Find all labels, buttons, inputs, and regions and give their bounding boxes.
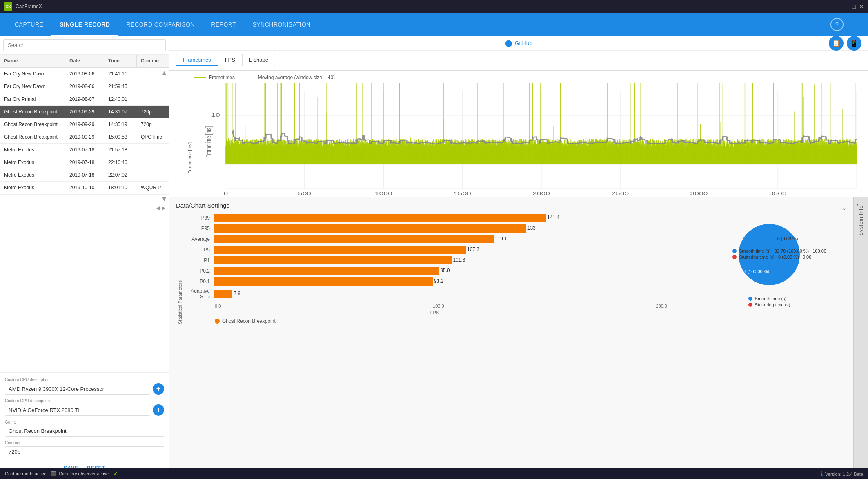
svg-text:0 (0.00 %): 0 (0.00 %): [777, 236, 798, 241]
stutter-value: 0 (0.00 %): [777, 255, 799, 259]
scroll-down-arrow[interactable]: ▼: [161, 195, 167, 203]
data-chart-section: Data/Chart Settings ⌄ Statistical Parame…: [169, 197, 853, 479]
bottom-info: Custom CPU description AMD Ryzen 9 3900X…: [0, 372, 169, 479]
tab-frametimes[interactable]: Frametimes: [176, 54, 218, 66]
tab-fps[interactable]: FPS: [218, 54, 242, 66]
info-icon: ℹ: [821, 470, 823, 477]
cell-game: Far Cry New Dawn: [0, 68, 65, 80]
cell-game: Ghost Recon Breakpoint: [0, 106, 65, 118]
search-input[interactable]: [3, 39, 166, 51]
stat-fill: [214, 267, 439, 275]
github-link[interactable]: GitHub: [515, 40, 533, 47]
frametimes-svg: Frametime [ms] 10 0 500 1000 1500: [174, 83, 864, 197]
gpu-add-button[interactable]: +: [153, 404, 164, 416]
col-time: Time: [104, 55, 137, 67]
expand-icon[interactable]: ⌄: [842, 205, 847, 211]
stat-bar-row: P1 101.3: [186, 256, 683, 264]
cell-date: 2019-09-29: [65, 118, 104, 131]
stat-fill: [214, 214, 546, 222]
stutter-bottom-row: Stuttering time (s): [748, 302, 790, 307]
stat-bar-row: P5 107.3: [186, 246, 683, 254]
stat-value: 119.1: [495, 236, 507, 242]
nav-single-record[interactable]: SINGLE RECORD: [51, 13, 118, 36]
minimize-button[interactable]: —: [844, 3, 849, 10]
table-row[interactable]: Metro Exodus 2019-07-18 22:07:02: [0, 169, 169, 182]
table-row[interactable]: Far Cry Primal 2019-08-07 12:40:01: [0, 93, 169, 106]
nav-synchronisation[interactable]: SYNCHRONISATION: [244, 13, 319, 36]
cell-comment: [137, 93, 169, 105]
scroll-right-arrow[interactable]: ▶: [162, 205, 166, 211]
svg-text:10: 10: [211, 113, 220, 118]
scroll-left-arrow[interactable]: ◀: [156, 205, 160, 211]
nav-record-comparison[interactable]: RECORD COMPARISON: [118, 13, 203, 36]
table-row[interactable]: Ghost Recon Breakpoint 2019-09-29 14:31:…: [0, 106, 169, 118]
cell-game: Far Cry New Dawn: [0, 80, 65, 93]
system-info-panel[interactable]: ‹ System Info: [853, 197, 868, 479]
stat-label: Average: [186, 236, 212, 242]
pie-section: 0 (0.00 %) 32.78 (100.00 %) Smooth time …: [692, 214, 847, 324]
stat-bar-row: P0.1 93.2: [186, 277, 683, 286]
table-row[interactable]: Far Cry New Dawn 2019-08-06 21:41:11: [0, 68, 169, 80]
table-row[interactable]: Ghost Recon Breakpoint 2019-09-29 15:09:…: [0, 131, 169, 144]
menu-button[interactable]: ⋮: [848, 18, 861, 31]
stat-label: P1: [186, 257, 212, 263]
table-row[interactable]: Metro Exodus 2019-07-18 21:57:18: [0, 144, 169, 156]
stat-bar-row: P99 141.4: [186, 214, 683, 222]
stat-value: 133: [527, 225, 536, 231]
table-row[interactable]: Far Cry New Dawn 2019-08-06 21:59:45: [0, 80, 169, 93]
search-box: [0, 36, 169, 55]
stutter-total: 0.00: [801, 255, 811, 259]
phone-button[interactable]: 📱: [847, 36, 861, 51]
cell-game: Ghost Recon Breakpoint: [0, 118, 65, 131]
fps-center-label: FPS: [186, 310, 683, 315]
svg-text:3500: 3500: [769, 191, 787, 196]
frametimes-chart-area: Frametimes Moving average (window size =…: [169, 71, 868, 197]
nav-capture[interactable]: CAPTURE: [7, 13, 51, 36]
copy-button[interactable]: 📋: [829, 36, 844, 51]
svg-text:Frametime [ms]: Frametime [ms]: [204, 126, 213, 157]
stat-value: 93.2: [434, 278, 443, 284]
pie-chart-wrapper: 0 (0.00 %) 32.78 (100.00 %) Smooth time …: [724, 218, 814, 291]
help-button[interactable]: ?: [830, 18, 844, 31]
cell-game: Far Cry Primal: [0, 93, 65, 105]
cpu-add-button[interactable]: +: [153, 383, 164, 395]
table-row[interactable]: Metro Exodus 2019-07-18 22:16:40: [0, 156, 169, 169]
cell-time: 21:41:11: [104, 68, 137, 80]
game-dot: [215, 319, 220, 324]
cell-comment: 720p: [137, 118, 169, 131]
close-button[interactable]: ✕: [859, 3, 864, 10]
chart-legend: Frametimes Moving average (window size =…: [174, 75, 864, 80]
cell-game: Metro Exodus: [0, 144, 65, 156]
stutter-label: Stuttering time (s): [739, 255, 775, 259]
cell-date: 2019-07-18: [65, 156, 104, 169]
comment-section: Comment 720p: [5, 441, 164, 457]
stat-fill: [214, 235, 494, 243]
nav-bar: CAPTURE SINGLE RECORD RECORD COMPARISON …: [0, 13, 868, 36]
scroll-up-arrow[interactable]: ▲: [161, 69, 167, 77]
smooth-bottom-row: Smooth time (s): [748, 296, 790, 301]
moving-avg-legend-line: [243, 78, 255, 78]
maximize-button[interactable]: □: [852, 3, 856, 10]
horizontal-bars-wrapper: Statistical Parameters P99 141.4 P95 133…: [176, 214, 683, 324]
fps-x-axis: 0.0 100.0 200.0: [215, 302, 667, 308]
pie-right-legend: Smooth time (s) 32.78 (100.00 %) 100.00 …: [732, 248, 826, 261]
cell-game: Metro Exodus: [0, 169, 65, 181]
cell-date: 2019-09-29: [65, 106, 104, 118]
nav-report[interactable]: REPORT: [203, 13, 244, 36]
smooth-dot-2: [748, 297, 752, 301]
game-label-section: Ghost Recon Breakpoint: [215, 318, 683, 324]
directory-observer-label: Directory observer active:: [59, 471, 110, 476]
col-date: Date: [65, 55, 104, 67]
col-game: Game: [0, 55, 65, 67]
y-axis-label: Frametime [ms]: [187, 142, 192, 173]
cell-time: 15:09:53: [104, 131, 137, 143]
table-row[interactable]: Metro Exodus 2019-10-10 18:01:10 WQUR P: [0, 182, 169, 194]
stat-track: 141.4: [214, 214, 683, 222]
stat-fill: [214, 290, 232, 298]
stat-value: 7.9: [234, 291, 240, 296]
svg-text:3000: 3000: [690, 191, 708, 196]
svg-text:1500: 1500: [454, 191, 471, 196]
tab-lshape[interactable]: L-shape: [242, 54, 275, 66]
table-row[interactable]: Ghost Recon Breakpoint 2019-09-29 14:35:…: [0, 118, 169, 131]
smooth-total: 100.00: [811, 248, 826, 253]
